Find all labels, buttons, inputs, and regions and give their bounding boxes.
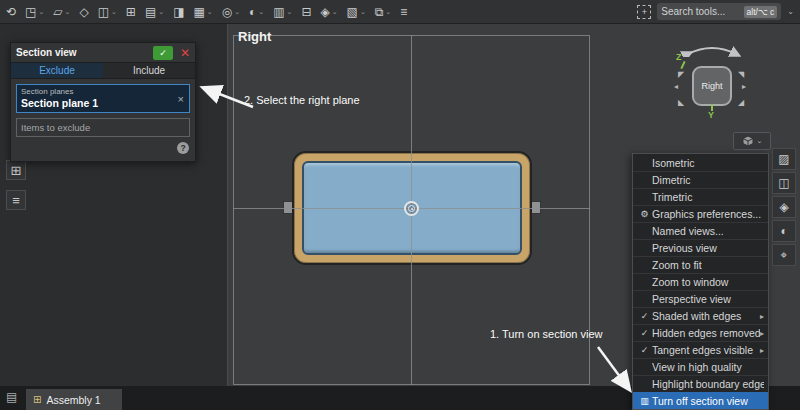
items-to-exclude-field[interactable]: Items to exclude bbox=[16, 118, 190, 137]
section-planes-label: Section planes bbox=[21, 87, 185, 96]
left-panel-icons: ⊞≡ bbox=[6, 160, 26, 210]
search-caret-icon[interactable]: ⌄ bbox=[787, 7, 794, 16]
tab-manager-icon[interactable]: ▤ bbox=[6, 390, 17, 404]
dialog-footer: ? bbox=[16, 142, 190, 156]
menu-item-dimetric[interactable]: Dimetric bbox=[633, 171, 768, 188]
assembly-tab-label: Assembly 1 bbox=[46, 394, 100, 406]
menu-item-highlight-boundary-edges[interactable]: Highlight boundary edges bbox=[633, 375, 768, 392]
menu-item-graphics-preferences[interactable]: ⚙Graphics preferences... bbox=[633, 205, 768, 222]
menu-item-label: Graphics preferences... bbox=[652, 208, 764, 220]
menu-item-label: Perspective view bbox=[652, 293, 764, 305]
section-tool-icon[interactable]: ▨ bbox=[772, 148, 796, 170]
tab-exclude[interactable]: Exclude bbox=[11, 63, 103, 78]
rotate-view-arrow-icon[interactable]: ◂ bbox=[674, 82, 678, 91]
toolbar-tool-icon[interactable]: ◳⌄ bbox=[25, 6, 44, 18]
chevron-down-icon: ⌄ bbox=[332, 8, 338, 15]
toolbar-tool-icon[interactable]: ▧⌄ bbox=[347, 6, 366, 18]
exploded-view-icon[interactable]: ◈ bbox=[772, 196, 796, 218]
toolbar-tool-icon[interactable]: ◎⌄ bbox=[222, 6, 240, 18]
menu-item-view-in-high-quality[interactable]: View in high quality bbox=[633, 358, 768, 375]
toolbar-tool-icon[interactable]: ≡ bbox=[400, 6, 407, 18]
search-input[interactable] bbox=[661, 6, 739, 17]
dialog-tabs: Exclude Include bbox=[11, 62, 195, 79]
search-shortcut-badge: alt/⌥ c bbox=[744, 6, 778, 18]
tab-include[interactable]: Include bbox=[103, 63, 195, 78]
rotate-arc-icon[interactable] bbox=[680, 41, 744, 57]
menu-item-perspective-view[interactable]: Perspective view bbox=[633, 290, 768, 307]
menu-item-label: Zoom to window bbox=[652, 276, 764, 288]
appearance-icon[interactable]: ◐ bbox=[772, 220, 796, 242]
toolbar-tool-icon[interactable]: ▥⌄ bbox=[273, 6, 292, 18]
toolbar-tool-icon[interactable]: ⟲ bbox=[6, 6, 16, 18]
toolbar-tool-icon[interactable]: ▦⌄ bbox=[193, 6, 212, 18]
menu-item-label: View in high quality bbox=[652, 361, 764, 373]
toolbar-tool-icon[interactable]: ◈⌄ bbox=[320, 6, 337, 18]
dialog-header: Section view ✓ ✕ bbox=[11, 43, 195, 62]
dialog-title: Section view bbox=[16, 47, 153, 58]
view-cube-face[interactable]: Right bbox=[692, 66, 732, 106]
chevron-down-icon: ⌄ bbox=[111, 8, 117, 15]
confirm-button[interactable]: ✓ bbox=[153, 46, 173, 60]
menu-item-label: Named views... bbox=[652, 225, 764, 237]
help-icon[interactable]: ? bbox=[177, 142, 189, 154]
menu-item-label: Zoom to fit bbox=[652, 259, 764, 271]
measure-icon[interactable]: ⌖ bbox=[772, 244, 796, 266]
view-options-dropdown-button[interactable]: ⌄ bbox=[733, 132, 771, 150]
toolbar-tool-icon[interactable]: ⊞ bbox=[126, 6, 136, 18]
chevron-down-icon: ⌄ bbox=[65, 8, 71, 15]
toolbar-tool-icon[interactable]: ▱⌄ bbox=[53, 6, 70, 18]
search-box[interactable]: alt/⌥ c bbox=[657, 3, 781, 20]
rotate-view-arrow-icon[interactable]: ▸ bbox=[742, 82, 746, 91]
menu-item-trimetric[interactable]: Trimetric bbox=[633, 188, 768, 205]
search-area: + alt/⌥ c ⌄ bbox=[637, 3, 794, 20]
clear-selection-icon[interactable]: × bbox=[178, 93, 184, 105]
rotate-view-arrow-icon[interactable]: ◢ bbox=[738, 98, 744, 107]
menu-item-isometric[interactable]: Isometric bbox=[633, 154, 768, 171]
menu-item-label: Dimetric bbox=[652, 174, 764, 186]
menu-item-zoom-to-fit[interactable]: Zoom to fit bbox=[633, 256, 768, 273]
view-options-menu: IsometricDimetricTrimetric⚙Graphics pref… bbox=[632, 153, 769, 410]
toolbar-tool-icon[interactable]: ◨ bbox=[173, 6, 184, 18]
section-plane-value: Section plane 1 bbox=[21, 97, 185, 109]
toolbar-tool-icon[interactable]: ◇ bbox=[79, 6, 88, 18]
named-views-icon[interactable]: ◫ bbox=[772, 172, 796, 194]
check-icon: ✓ bbox=[637, 311, 652, 321]
annotation-step1: 1. Turn on section view bbox=[490, 328, 603, 340]
rotate-view-arrow-icon[interactable]: ◣ bbox=[678, 98, 684, 107]
rotate-view-arrow-icon[interactable]: ◥ bbox=[738, 70, 744, 79]
toolbar-tool-icon[interactable]: ⧉⌄ bbox=[375, 6, 391, 18]
menu-item-label: Highlight boundary edges bbox=[652, 378, 764, 390]
assembly-icon: ⊞ bbox=[33, 394, 41, 405]
toolbar-tool-icon[interactable]: ◫⌄ bbox=[98, 6, 117, 18]
menu-item-previous-view[interactable]: Previous view bbox=[633, 239, 768, 256]
view-cube-widget: Z Right Y ◂▸◤◥◣◢ bbox=[668, 42, 756, 130]
view-orientation-label: Right bbox=[238, 29, 271, 44]
chevron-down-icon: ⌄ bbox=[258, 8, 264, 15]
cancel-button[interactable]: ✕ bbox=[180, 47, 190, 59]
rotate-view-arrow-icon[interactable]: ◤ bbox=[678, 70, 684, 79]
chevron-down-icon: ⌄ bbox=[757, 137, 763, 145]
section-planes-field[interactable]: Section planes Section plane 1 × bbox=[16, 84, 190, 113]
submenu-arrow-icon: ▸ bbox=[760, 312, 764, 321]
menu-item-tangent-edges-visible[interactable]: ✓Tangent edges visible▸ bbox=[633, 341, 768, 358]
menu-item-label: Isometric bbox=[652, 157, 764, 169]
menu-item-named-views[interactable]: Named views... bbox=[633, 222, 768, 239]
filter-grid-icon[interactable]: ⊞ bbox=[6, 160, 26, 180]
toolbar-tool-icon[interactable]: ◐⌄ bbox=[249, 6, 264, 18]
feature-list-icon[interactable]: ≡ bbox=[6, 190, 26, 210]
menu-item-zoom-to-window[interactable]: Zoom to window bbox=[633, 273, 768, 290]
menu-item-turn-off-section-view[interactable]: ▥Turn off section view bbox=[633, 392, 768, 409]
find-tool-icon[interactable]: + bbox=[637, 5, 651, 19]
tab-assembly-1[interactable]: ⊞ Assembly 1 bbox=[26, 389, 122, 410]
menu-item-shaded-with-edges[interactable]: ✓Shaded with edges▸ bbox=[633, 307, 768, 324]
chevron-down-icon: ⌄ bbox=[287, 8, 293, 15]
menu-item-label: Tangent edges visible bbox=[652, 344, 760, 356]
toolbar-tool-icon[interactable]: ⊟ bbox=[301, 6, 311, 18]
menu-item-hidden-edges-removed[interactable]: ✓Hidden edges removed▸ bbox=[633, 324, 768, 341]
chevron-down-icon: ⌄ bbox=[207, 8, 213, 15]
menu-item-label: Turn off section view bbox=[652, 395, 764, 407]
y-axis-label: Y bbox=[708, 110, 714, 120]
toolbar-tool-icon[interactable]: ▤⌄ bbox=[145, 6, 164, 18]
origin-marker bbox=[404, 201, 419, 216]
z-axis-label: Z bbox=[676, 52, 682, 62]
